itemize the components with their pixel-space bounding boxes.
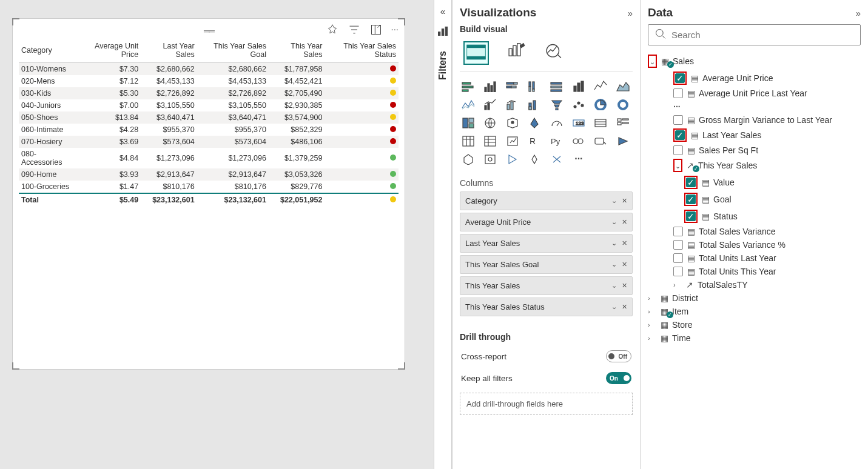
table-row[interactable]: 030-Kids$5.30$2,726,892$2,726,892$2,705,… (19, 87, 399, 99)
field-total-sales-variance-pct[interactable]: ▤ Total Sales Variance % (648, 238, 861, 251)
viz-type-stackedbar-h[interactable] (504, 79, 521, 93)
viz-type-map[interactable] (482, 115, 499, 130)
field-gross-margin-variance[interactable]: ▤ Gross Margin Variance to Last Year (648, 113, 861, 127)
collapse-viz-icon[interactable]: » (628, 8, 633, 18)
viz-type-scatter[interactable] (570, 97, 587, 111)
table-time[interactable]: ›▦ Time (648, 331, 861, 345)
drill-through-dropzone[interactable]: Add drill-through fields here (460, 393, 633, 415)
column-header[interactable]: Category (19, 38, 78, 63)
chevron-down-icon[interactable]: ⌄ (611, 282, 617, 290)
field-sales-per-sqft[interactable]: ▤ Sales Per Sq Ft (648, 144, 861, 157)
chevron-down-icon[interactable]: ⌄ (611, 303, 617, 311)
remove-field-icon[interactable]: ✕ (622, 197, 627, 205)
field-total-sales-variance[interactable]: ▤ Total Sales Variance (648, 225, 861, 238)
viz-type-stacked-bar[interactable] (460, 79, 477, 93)
table-row[interactable]: 050-Shoes$13.84$3,640,471$3,640,471$3,57… (19, 111, 399, 124)
viz-type-combo[interactable] (504, 97, 521, 111)
remove-field-icon[interactable]: ✕ (622, 282, 627, 290)
viz-type-py-visual[interactable]: Py (548, 133, 565, 148)
field-goal[interactable]: ✓ ▤ Goal (648, 191, 861, 208)
table-visual[interactable]: ══ ··· CategoryAverage Unit PriceLast Ye… (12, 18, 405, 370)
resize-handle-br[interactable] (398, 362, 405, 370)
viz-type-smart-narrative[interactable] (614, 133, 631, 148)
field-well-item[interactable]: Category⌄✕ (460, 191, 633, 210)
viz-type-stacked100-bar[interactable] (526, 79, 543, 93)
table-row[interactable]: 100-Groceries$1.47$810,176$810,176$829,7… (19, 181, 399, 193)
pin-icon[interactable] (325, 24, 340, 38)
field-average-unit-price[interactable]: ✓ ▤ Average Unit Price (648, 70, 861, 87)
table-store[interactable]: ›▦ Store (648, 318, 861, 331)
collapse-data-icon[interactable]: » (856, 8, 861, 18)
filter-icon[interactable] (347, 24, 362, 38)
viz-type-area[interactable] (614, 79, 631, 93)
viz-type-appsource[interactable] (526, 151, 543, 166)
viz-type-paginated[interactable] (460, 151, 477, 166)
viz-type-ribbon[interactable] (460, 97, 477, 111)
viz-type-card-num[interactable]: 123 (570, 115, 587, 130)
viz-type-automate[interactable] (504, 151, 521, 166)
viz-type-stacked-column[interactable] (570, 79, 587, 93)
remove-field-icon[interactable]: ✕ (622, 261, 627, 268)
viz-type-combo-stacked[interactable] (526, 97, 543, 111)
drag-grip-icon[interactable]: ══ (204, 26, 214, 36)
chevron-down-icon[interactable]: ⌄ (611, 239, 617, 247)
field-total-sales-ty[interactable]: ›↗ TotalSalesTY (648, 278, 861, 291)
column-header[interactable]: This Year Sales Goal (197, 38, 269, 63)
analytics-tab[interactable] (543, 41, 564, 65)
table-row[interactable]: 090-Home$3.93$2,913,647$2,913,647$3,053,… (19, 168, 399, 181)
field-well-item[interactable]: Average Unit Price⌄✕ (460, 213, 633, 231)
table-row[interactable]: 010-Womens$7.30$2,680,662$2,680,662$1,78… (19, 63, 399, 76)
table-row[interactable]: 080-Accessories$4.84$1,273,096$1,273,096… (19, 148, 399, 168)
viz-type-kpi[interactable] (592, 115, 609, 130)
field-average-unit-price-last-year[interactable]: ▤ Average Unit Price Last Year (648, 87, 861, 100)
viz-type-powerapps[interactable] (482, 151, 499, 166)
table-sales[interactable]: ⌄ ▦ Sales (648, 53, 861, 70)
report-canvas[interactable]: ══ ··· CategoryAverage Unit PriceLast Ye… (0, 0, 434, 469)
viz-type-azure-map[interactable] (526, 115, 543, 130)
table-row[interactable]: 060-Intimate$4.28$955,370$955,370$852,32… (19, 124, 399, 136)
column-header[interactable]: This Year Sales (269, 38, 325, 63)
column-header[interactable]: Last Year Sales (141, 38, 197, 63)
table-row[interactable]: 020-Mens$7.12$4,453,133$4,453,133$4,452,… (19, 75, 399, 87)
remove-field-icon[interactable]: ✕ (622, 218, 627, 226)
resize-handle-tr[interactable] (398, 18, 405, 25)
column-header[interactable]: Average Unit Price (78, 38, 141, 63)
table-district[interactable]: ›▦ District (648, 291, 861, 305)
field-total-units-last-year[interactable]: ▤ Total Units Last Year (648, 251, 861, 265)
viz-type-table[interactable] (482, 133, 499, 148)
viz-type-pie[interactable] (592, 97, 609, 111)
remove-field-icon[interactable]: ✕ (622, 303, 627, 311)
viz-type-filled-map[interactable] (504, 115, 521, 130)
viz-type-gauge[interactable] (548, 115, 565, 130)
column-header[interactable]: This Year Sales Status (325, 38, 399, 63)
remove-field-icon[interactable]: ✕ (622, 239, 627, 247)
field-well-item[interactable]: This Year Sales Goal⌄✕ (460, 255, 633, 274)
table-item[interactable]: ›▦ Item (648, 305, 861, 318)
chevron-down-icon[interactable]: ⌄ (611, 197, 617, 205)
viz-type-qa[interactable] (592, 133, 609, 148)
viz-type-donut[interactable] (614, 97, 631, 111)
field-well-item[interactable]: This Year Sales Status⌄✕ (460, 298, 633, 316)
build-visual-tab[interactable] (463, 41, 489, 65)
viz-type-more[interactable]: ··· (570, 151, 587, 166)
table-row[interactable]: 040-Juniors$7.00$3,105,550$3,105,550$2,9… (19, 99, 399, 111)
format-visual-tab[interactable] (506, 41, 527, 65)
expand-filters-icon[interactable]: « (440, 6, 445, 16)
viz-type-multi-row[interactable] (614, 115, 631, 130)
viz-type-key-influencers[interactable] (570, 133, 587, 148)
more-options-icon[interactable]: ··· (391, 24, 399, 38)
viz-type-slicer[interactable] (460, 133, 477, 148)
search-input[interactable] (671, 30, 855, 40)
keep-filters-toggle[interactable]: On (606, 372, 631, 384)
field-last-year-sales[interactable]: ✓ ▤ Last Year Sales (648, 127, 861, 144)
chevron-down-icon[interactable]: ⌄ (611, 218, 617, 226)
field-value[interactable]: ✓ ▤ Value (648, 174, 861, 191)
field-total-units-this-year[interactable]: ▤ Total Units This Year (648, 265, 861, 278)
search-input-wrapper[interactable] (648, 24, 861, 45)
hierarchy-this-year-sales[interactable]: ⌄ ↗ This Year Sales (648, 157, 861, 174)
viz-type-treemap[interactable] (460, 115, 477, 130)
field-well-item[interactable]: Last Year Sales⌄✕ (460, 234, 633, 253)
viz-type-custom[interactable] (548, 151, 565, 166)
viz-type-line[interactable] (592, 79, 609, 93)
cross-report-toggle[interactable]: Off (606, 350, 631, 362)
